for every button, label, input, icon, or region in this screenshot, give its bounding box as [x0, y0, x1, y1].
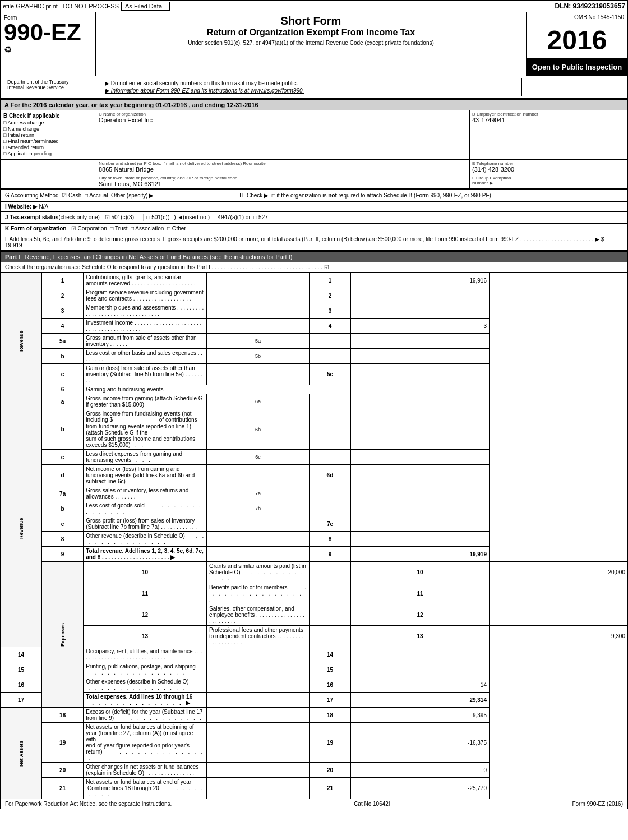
table-row: c Less direct expenses from gaming and f… [1, 450, 628, 465]
line-7a-num: 7a [42, 486, 84, 501]
line-11-sub [309, 583, 350, 604]
header-section: Form 990-EZ ♻ Short Form Return of Organ… [0, 12, 628, 76]
table-row: 15 Printing, publications, postage, and … [1, 662, 628, 677]
table-row: 2 Program service revenue including gove… [1, 288, 628, 303]
section-g: G Accounting Method ☑ Cash □ Accrual Oth… [5, 192, 223, 199]
public-notice: Department of the Treasury Internal Reve… [0, 76, 628, 99]
section-j-text: J Tax-exempt status(check only one) - ☑ … [5, 214, 268, 220]
section-l: L Add lines 5b, 6c, and 7b to line 9 to … [0, 234, 628, 251]
line-3-sub [207, 303, 310, 319]
part-i-label: Part I [5, 253, 21, 260]
line-16-num: 16 [1, 677, 42, 693]
recycle-icon: ♻ [4, 44, 12, 55]
line-6b-sub: 6b [207, 409, 310, 450]
line-7a-value [350, 486, 489, 501]
line-20-sub [207, 763, 310, 778]
line-11-desc: Benefits paid to or for members . . . . … [207, 583, 310, 604]
line-15-num: 15 [1, 662, 42, 677]
line-18-desc: Excess or (deficit) for the year (Subtra… [84, 708, 207, 723]
section-i-value: N/A [39, 204, 49, 210]
line-7c-desc: Gross profit or (loss) from sales of inv… [84, 516, 207, 532]
address-row: Number and street (or P O box, if mail i… [1, 160, 627, 174]
ein-value: 43-1749041 [472, 117, 625, 123]
line-6d-sub [207, 465, 310, 486]
line-1-linenum: 1 [309, 273, 350, 288]
table-row: b Less cost of goods sold . . . . . . . … [1, 501, 628, 516]
line-6b-value [350, 409, 489, 450]
line-6c-num: c [42, 450, 84, 465]
section-h: H Check ▶ □ if the organization is not r… [239, 192, 623, 199]
schedule-check-text: Check if the organization used Schedule … [5, 264, 329, 270]
cash-check: ☑ Cash [62, 192, 81, 199]
line-19-num: 19 [42, 723, 84, 763]
table-row: 11 Benefits paid to or for members . . .… [1, 583, 628, 604]
footer-bar: For Paperwork Reduction Act Notice, see … [0, 799, 628, 809]
line-9-sub [207, 547, 310, 562]
line-6b-num: b [42, 409, 84, 450]
org-info-row: B Check if applicable □ Address change □… [1, 110, 627, 160]
line-6c-desc: Less direct expenses from gaming and fun… [84, 450, 207, 465]
line-5a-num: 5a [42, 334, 84, 349]
net-assets-label: Net Assets [1, 708, 42, 799]
line-13-sub [309, 626, 350, 647]
part-i-title: Revenue, Expenses, and Changes in Net As… [25, 253, 293, 260]
line-17-desc: Total expenses. Add lines 10 through 16 … [84, 693, 207, 708]
line-7b-sub: 7b [207, 501, 310, 516]
table-row: 7a Gross sales of inventory, less return… [1, 486, 628, 501]
line-5b-num: b [42, 349, 84, 364]
line-1-sub [207, 273, 310, 288]
line-12-num: 12 [84, 604, 207, 626]
table-row: c Gross profit or (loss) from sales of i… [1, 516, 628, 532]
line-6d-desc: Net income or (loss) from gaming and fun… [84, 465, 207, 486]
line-2-value [350, 288, 489, 303]
header-subtitle: Return of Organization Exempt From Incom… [101, 27, 520, 38]
line-8-sub [207, 532, 310, 547]
line-21-desc: Net assets or fund balances at end of ye… [84, 778, 207, 799]
line-5b-value [350, 349, 489, 364]
line-21-num: 21 [42, 778, 84, 799]
efile-label: efile GRAPHIC print - DO NOT PROCESS [3, 3, 119, 10]
line-6d-value [350, 465, 489, 486]
line-12-linenum: 12 [350, 604, 489, 626]
line-5c-linenum: 5c [309, 364, 350, 385]
line-16-desc: Other expenses (describe in Schedule O) … [84, 677, 207, 693]
section-k: K Form of organization ☑ Corporation □ T… [0, 224, 628, 234]
section-h-text: H Check ▶ □ if the organization is not r… [239, 192, 491, 199]
line-5a-desc: Gross amount from sale of assets other t… [84, 334, 207, 349]
line-15-desc: Printing, publications, postage, and shi… [84, 662, 207, 677]
addr-left [1, 160, 96, 174]
line-10-desc: Grants and similar amounts paid (list in… [207, 562, 310, 583]
line-6b-desc: Gross income from fundraising events (no… [84, 409, 207, 450]
line-8-value [350, 532, 489, 547]
table-row: 19 Net assets or fund balances at beginn… [1, 723, 628, 763]
year-box: 2016 [527, 22, 627, 58]
final-return: □ Final return/terminated [3, 139, 94, 144]
table-row: 17 Total expenses. Add lines 10 through … [1, 693, 628, 708]
org-name-col: C Name of organization Operation Excel I… [96, 110, 470, 159]
line-7a-desc: Gross sales of inventory, less returns a… [84, 486, 207, 501]
line-6c-sub: 6c [207, 450, 310, 465]
line-7a-sub: 7a [207, 486, 310, 501]
city-row: City or town, state or province, country… [1, 174, 627, 189]
top-bar-left: efile GRAPHIC print - DO NOT PROCESS As … [3, 2, 170, 11]
city-label: City or town, state or province, country… [99, 176, 467, 181]
line-19-sub [207, 723, 310, 763]
line-7b-desc: Less cost of goods sold . . . . . . . . … [84, 501, 207, 516]
line-8-desc: Other revenue (describe in Schedule O) .… [84, 532, 207, 547]
line-6a-sub: 6a [207, 394, 310, 409]
table-row: 13 Professional fees and other payments … [1, 626, 628, 647]
notice-right-placeholder [522, 78, 623, 96]
line-2-num: 2 [42, 288, 84, 303]
section-j: J Tax-exempt status(check only one) - ☑ … [0, 212, 628, 224]
city-right: F Group ExemptionNumber ▶ [470, 174, 627, 188]
line-9-linenum: 9 [309, 547, 350, 562]
table-row: 3 Membership dues and assessments . . . … [1, 303, 628, 319]
check-col: B Check if applicable □ Address change □… [1, 110, 96, 159]
line-2-linenum: 2 [309, 288, 350, 303]
addr-main: Number and street (or P O box, if mail i… [96, 160, 470, 174]
line-18-linenum: 18 [309, 708, 350, 723]
line-4-num: 4 [42, 319, 84, 334]
section-k-text: K Form of organization ☑ Corporation □ T… [5, 225, 244, 232]
line-7c-sub [207, 516, 310, 532]
line-6b-linenum [309, 409, 350, 450]
